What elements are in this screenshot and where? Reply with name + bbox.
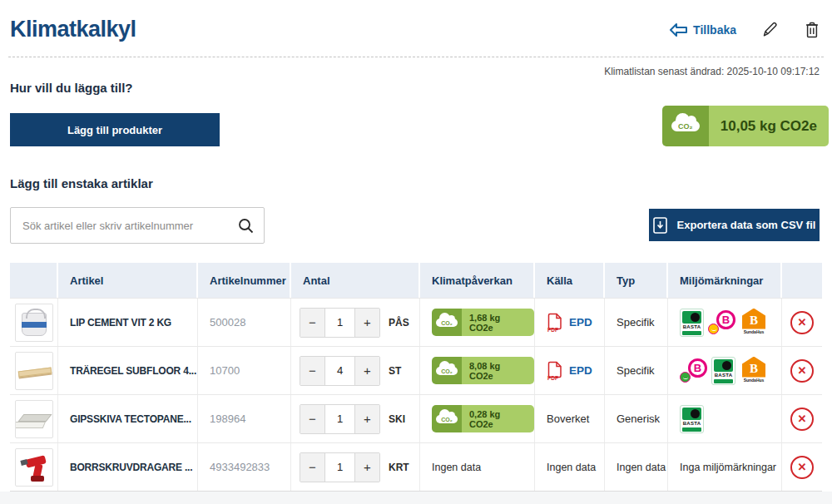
col-artikelnummer: Artikelnummer — [198, 263, 291, 298]
co2-cloud-icon: CO₂ — [432, 357, 462, 384]
pdf-icon: PDF — [547, 313, 562, 332]
col-image — [10, 263, 58, 298]
articles-table: Artikel Artikelnummer Antal Klimatpåverk… — [10, 263, 822, 492]
top-actions: Tillbaka — [669, 21, 820, 39]
col-antal: Antal — [291, 263, 420, 298]
decrease-quantity-button[interactable]: − — [300, 357, 324, 385]
table-row: GIPSSKIVA TECTOPANE... 198964 − + SKI CO… — [10, 394, 822, 442]
klimatkalkyl-page: Klimatkalkyl Tillbaka — [0, 0, 832, 504]
delete-row-button[interactable]: ✕ — [790, 311, 814, 334]
increase-quantity-button[interactable]: + — [355, 309, 379, 337]
col-delete — [782, 263, 822, 298]
col-kalla: Källa — [535, 263, 605, 298]
export-csv-button[interactable]: Exportera data som CSV fil — [649, 209, 820, 241]
quantity-input[interactable] — [324, 405, 355, 433]
article-number: 4933492833 — [198, 443, 291, 491]
basta-badge-icon: BASTA — [680, 405, 704, 433]
article-number: 500028 — [198, 299, 291, 346]
last-changed-text: Klimatlistan senast ändrad: 2025-10-10 0… — [604, 66, 820, 77]
table-row: TRÄREGEL SUBFLOOR 4... 10700 − + ST CO₂ … — [10, 346, 822, 394]
back-label: Tillbaka — [693, 23, 736, 37]
increase-quantity-button[interactable]: + — [355, 405, 379, 433]
delete-row-button[interactable]: ✕ — [790, 456, 814, 479]
delete-list-button[interactable] — [804, 21, 820, 39]
article-name: BORRSKRUVDRAGARE ... — [58, 443, 198, 491]
eco-badges: BASTA — [680, 405, 704, 433]
footer-strip — [0, 492, 832, 504]
total-co2-badge: CO₂ 10,05 kg CO2e — [662, 106, 829, 146]
source-label: EPD — [569, 316, 592, 329]
back-link[interactable]: Tillbaka — [669, 23, 736, 37]
articles-section-heading: Lägg till enstaka artiklar — [10, 176, 153, 190]
type-cell: Ingen data — [605, 443, 668, 491]
svg-text:PDF: PDF — [547, 327, 558, 333]
co2-value: 1,68 kg CO2e — [462, 309, 534, 336]
table-row: LIP CEMENT VIT 2 KG 500028 − + PÅS CO₂ 1… — [10, 298, 822, 346]
unit-label: PÅS — [389, 317, 409, 329]
pencil-icon — [761, 21, 779, 38]
basta-badge-icon: BASTA — [680, 309, 704, 337]
decrease-quantity-button[interactable]: − — [300, 309, 324, 337]
article-number: 10700 — [198, 347, 291, 394]
article-name: TRÄREGEL SUBFLOOR 4... — [58, 347, 198, 394]
epd-link[interactable]: PDF EPD — [547, 313, 592, 332]
article-name: LIP CEMENT VIT 2 KG — [58, 299, 198, 346]
co2-cloud-icon: CO₂ — [662, 106, 709, 146]
sundahus-badge-icon: B SundaHus — [740, 357, 768, 385]
unit-label: KRT — [389, 462, 409, 473]
quantity-stepper: − + — [300, 452, 380, 482]
export-csv-label: Exportera data som CSV fil — [677, 219, 816, 231]
basta-badge-icon: BASTA — [711, 357, 735, 385]
add-products-button[interactable]: Lägg till produkter — [10, 113, 220, 146]
eco-badges: B BASTA B SundaHus — [680, 357, 768, 385]
quantity-input[interactable] — [324, 309, 355, 337]
decrease-quantity-button[interactable]: − — [300, 453, 324, 482]
edit-button[interactable] — [761, 21, 779, 38]
co2-cloud-icon: CO₂ — [432, 405, 462, 432]
col-typ: Typ — [605, 263, 668, 298]
table-header-row: Artikel Artikelnummer Antal Klimatpåverk… — [10, 263, 822, 298]
svg-text:PDF: PDF — [547, 375, 558, 381]
co2-cloud-icon: CO₂ — [432, 309, 462, 336]
type-cell: Generisk — [605, 395, 668, 442]
quantity-input[interactable] — [324, 357, 355, 385]
byggvarubedomningen-badge-icon: B — [708, 309, 735, 337]
product-image-gypsum-board — [15, 400, 53, 438]
download-file-icon — [653, 217, 667, 234]
unit-label: SKI — [389, 413, 405, 425]
trash-icon — [804, 21, 820, 39]
delete-row-button[interactable]: ✕ — [790, 408, 814, 431]
table-row: BORRSKRUVDRAGARE ... 4933492833 − + KRT … — [10, 442, 822, 491]
col-klimatpaverkan: Klimatpåverkan — [420, 263, 535, 298]
page-title: Klimatkalkyl — [10, 17, 136, 42]
topbar: Klimatkalkyl Tillbaka — [10, 17, 820, 42]
co2-badge: CO₂ 0,28 kg CO2e — [432, 405, 534, 432]
search-icon[interactable] — [238, 218, 264, 234]
quantity-input[interactable] — [324, 453, 355, 482]
epd-link[interactable]: PDF EPD — [547, 361, 592, 380]
article-name: GIPSSKIVA TECTOPANE... — [58, 395, 198, 442]
decrease-quantity-button[interactable]: − — [300, 405, 324, 433]
pdf-icon: PDF — [547, 361, 562, 380]
delete-row-button[interactable]: ✕ — [790, 359, 814, 383]
unit-label: ST — [389, 365, 401, 377]
article-number: 198964 — [198, 395, 291, 442]
product-image-drill — [15, 448, 53, 487]
add-section-heading: Hur vill du lägga till? — [10, 81, 133, 95]
quantity-stepper: − + — [300, 404, 380, 434]
byggvarubedomningen-badge-icon: B — [680, 357, 707, 385]
total-co2-value: 10,05 kg CO2e — [709, 106, 829, 146]
type-cell: Specifik — [605, 347, 668, 394]
back-arrow-icon — [669, 23, 687, 37]
increase-quantity-button[interactable]: + — [355, 453, 379, 482]
co2-badge: CO₂ 1,68 kg CO2e — [432, 309, 534, 336]
product-image-wood-stud — [15, 352, 53, 390]
no-eco-badges-text: Inga miljömärkningar — [668, 443, 782, 491]
search-input[interactable] — [11, 220, 238, 232]
co2-cloud-label: CO₂ — [678, 122, 693, 131]
col-miljomarkningar: Miljömärkningar — [668, 263, 782, 298]
source-cell: Ingen data — [535, 443, 605, 491]
divider — [8, 57, 824, 57]
product-image-cement-bucket — [15, 304, 53, 342]
increase-quantity-button[interactable]: + — [355, 357, 379, 385]
